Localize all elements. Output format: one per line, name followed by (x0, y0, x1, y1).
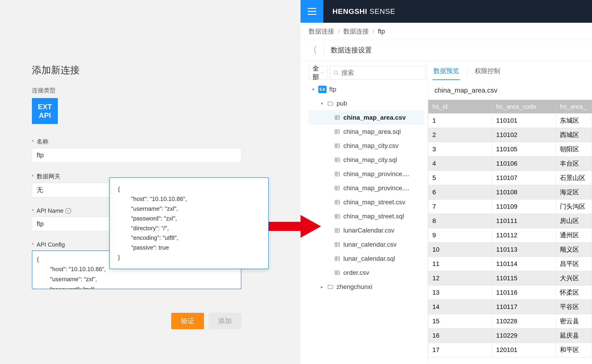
tree-file-item[interactable]: china_map_province.... (309, 167, 424, 181)
breadcrumb-item[interactable]: 数据连接 (343, 27, 369, 36)
divider (467, 69, 467, 76)
table-row[interactable]: 2110102西城区 (428, 128, 592, 142)
table-row[interactable]: 6110108海淀区 (428, 185, 592, 200)
node-label: ftp (329, 86, 336, 93)
tree-root-node[interactable]: ▾EAftp (309, 82, 424, 97)
search-box[interactable] (330, 66, 426, 80)
arrow-icon (266, 214, 321, 239)
svg-rect-35 (335, 228, 339, 232)
node-label: china_map_area.csv (343, 114, 406, 121)
table-row[interactable]: 11110114昌平区 (428, 257, 592, 271)
table-cell: 110106 (492, 156, 556, 171)
tab-permission[interactable]: 权限控制 (474, 67, 501, 80)
table-cell: 110101 (492, 114, 556, 128)
table-cell: 昌平区 (556, 257, 592, 271)
table-cell: 110116 (492, 286, 556, 300)
table-cell: 延庆县 (556, 329, 592, 343)
node-label: lunar_calendar.sql (343, 255, 395, 262)
node-label: china_map_province.... (343, 184, 409, 192)
table-cell: 平谷区 (556, 300, 592, 314)
table-row[interactable]: 5110107石景山区 (428, 171, 592, 185)
name-input[interactable] (32, 148, 241, 162)
back-button[interactable]: 〈 (309, 45, 317, 56)
divider (324, 46, 324, 55)
svg-rect-27 (335, 200, 339, 204)
tree-file-item[interactable]: order.csv (309, 266, 424, 280)
data-table: hs_idhs_area_codehs_area_ 1110101东城区2110… (428, 100, 592, 357)
tree-folder[interactable]: ▸zhengchunxi (309, 280, 424, 294)
node-label: lunarCalendar.csv (343, 227, 394, 234)
table-row[interactable]: 16110229延庆县 (428, 329, 592, 343)
filter-select[interactable]: 全部 (309, 66, 327, 80)
table-row[interactable]: 7110109门头沟区 (428, 200, 592, 214)
table-row[interactable]: 15110228密云县 (428, 314, 592, 329)
table-row[interactable]: 4110106丰台区 (428, 156, 592, 171)
table-cell: 15 (428, 314, 492, 329)
table-icon (334, 270, 341, 276)
table-cell: 东城区 (556, 114, 592, 128)
svg-rect-3 (335, 116, 339, 119)
node-label: china_map_city.sql (343, 156, 397, 163)
table-row[interactable]: 17120101和平区 (428, 343, 592, 357)
table-cell: 西城区 (556, 128, 592, 142)
tree-file-item[interactable]: lunar_calendar.csv (309, 238, 424, 252)
table-row[interactable]: 9110112通州区 (428, 228, 592, 242)
svg-point-1 (334, 71, 337, 74)
table-cell: 1 (428, 114, 492, 128)
table-row[interactable]: 12110115大兴区 (428, 271, 592, 286)
info-icon[interactable]: i (65, 208, 71, 214)
tree-file-item[interactable]: lunar_calendar.sql (309, 252, 424, 266)
tree-file-item[interactable]: china_map_city.csv (309, 139, 424, 153)
node-label: pub (337, 100, 347, 107)
connection-type-badge[interactable]: EXT API (32, 98, 58, 124)
breadcrumb-item[interactable]: 数据连接 (309, 27, 334, 36)
table-cell: 110107 (492, 171, 556, 185)
caret-icon: ▾ (311, 87, 316, 92)
tree-file-item[interactable]: china_map_street.sql (309, 209, 424, 223)
search-icon (333, 70, 339, 76)
search-input[interactable] (341, 69, 423, 77)
svg-rect-11 (335, 144, 339, 148)
svg-rect-19 (335, 172, 339, 176)
svg-rect-7 (335, 130, 339, 134)
table-icon (334, 242, 341, 247)
table-icon (334, 228, 341, 234)
node-label: zhengchunxi (337, 283, 372, 291)
tab-data-preview[interactable]: 数据预览 (433, 67, 460, 80)
table-row[interactable]: 1110101东城区 (428, 114, 592, 128)
table-cell: 房山区 (556, 214, 592, 228)
svg-rect-23 (335, 186, 339, 190)
tree-folder[interactable]: ▾pub (309, 97, 424, 110)
table-header-cell: hs_id (428, 100, 492, 114)
tree-file-item[interactable]: china_map_area.sql (309, 125, 424, 139)
breadcrumb: 数据连接 / 数据连接 / ftp (300, 23, 592, 40)
table-icon (334, 115, 341, 121)
table-cell: 5 (428, 171, 492, 185)
table-cell: 110108 (492, 185, 556, 200)
table-row[interactable]: 14110117平谷区 (428, 300, 592, 314)
breadcrumb-current: ftp (378, 28, 385, 35)
svg-rect-39 (335, 242, 339, 246)
table-cell: 怀柔区 (556, 286, 592, 300)
menu-button[interactable] (300, 0, 323, 23)
table-row[interactable]: 10110113顺义区 (428, 242, 592, 257)
brand-logo: HENGSHI SENSE (333, 7, 395, 16)
tree-file-item[interactable]: china_map_city.sql (309, 153, 424, 167)
table-cell: 丰台区 (556, 156, 592, 171)
table-cell: 16 (428, 329, 492, 343)
table-row[interactable]: 8110111房山区 (428, 214, 592, 228)
table-row[interactable]: 13110116怀柔区 (428, 286, 592, 300)
table-header-cell: hs_area_ (556, 100, 592, 114)
table-cell: 17 (428, 343, 492, 357)
table-cell: 13 (428, 286, 492, 300)
tree-file-item[interactable]: lunarCalendar.csv (309, 223, 424, 238)
tree-file-item[interactable]: china_map_area.csv (309, 110, 424, 125)
table-row[interactable]: 3110105朝阳区 (428, 142, 592, 156)
add-button[interactable]: 添加 (209, 313, 241, 329)
preview-column: 数据预览 权限控制 china_map_area.csv hs_idhs_are… (428, 60, 592, 364)
table-cell: 4 (428, 156, 492, 171)
table-cell: 110114 (492, 257, 556, 271)
tree-file-item[interactable]: china_map_province.... (309, 181, 424, 195)
validate-button[interactable]: 验证 (171, 313, 204, 329)
tree-file-item[interactable]: china_map_street.csv (309, 195, 424, 209)
